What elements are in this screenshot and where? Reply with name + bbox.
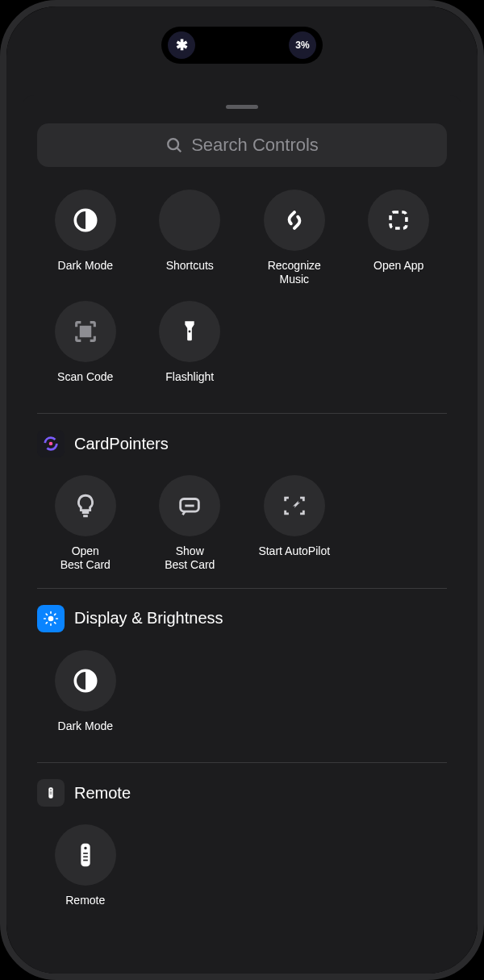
svg-line-21 <box>55 614 56 615</box>
dynamic-island: ✱ 3% <box>161 27 323 64</box>
control-shortcuts[interactable]: Shortcuts <box>142 190 239 286</box>
svg-rect-5 <box>86 327 90 330</box>
control-recognize-music[interactable]: Recognize Music <box>246 190 343 286</box>
section-title: Display & Brightness <box>74 609 223 628</box>
svg-line-19 <box>55 622 56 623</box>
search-icon <box>165 136 183 154</box>
cardpointers-app-icon <box>37 430 65 457</box>
control-start-autopilot[interactable]: Start AutoPilot <box>246 475 343 572</box>
control-flashlight[interactable]: Flashlight <box>142 301 239 398</box>
svg-point-28 <box>84 847 86 849</box>
search-input[interactable]: Search Controls <box>37 123 447 167</box>
section-header-cardpointers: CardPointers <box>37 430 447 457</box>
divider <box>37 762 447 763</box>
svg-rect-30 <box>83 857 88 858</box>
control-open-best-card[interactable]: Open Best Card <box>37 475 134 572</box>
control-dark-mode[interactable]: Dark Mode <box>37 190 134 286</box>
dark-mode-icon <box>72 667 99 694</box>
control-label: Start AutoPilot <box>258 544 330 572</box>
screen: ✱ 3% Search Controls <box>6 6 478 974</box>
remote-grid: Remote <box>37 824 447 921</box>
control-dark-mode-2[interactable]: Dark Mode <box>37 650 134 747</box>
control-label: Remote <box>65 894 105 921</box>
controls-sheet: Search Controls Dark Mode <box>23 95 461 974</box>
section-header-display: Display & Brightness <box>37 605 447 632</box>
svg-rect-31 <box>83 860 88 861</box>
control-label: Scan Code <box>57 370 113 398</box>
svg-point-8 <box>189 330 191 332</box>
svg-point-10 <box>49 442 53 446</box>
iphone-frame: ✱ 3% Search Controls <box>0 0 484 980</box>
display-brightness-icon <box>37 605 65 632</box>
remote-app-icon <box>37 779 65 807</box>
svg-line-1 <box>177 148 182 152</box>
remote-icon <box>72 841 99 869</box>
control-label: Flashlight <box>165 370 214 398</box>
svg-point-13 <box>48 615 54 621</box>
shazam-icon <box>281 206 308 234</box>
control-remote[interactable]: Remote <box>37 824 134 921</box>
control-label: Open Best Card <box>60 544 111 572</box>
svg-rect-25 <box>50 792 52 793</box>
autopilot-icon <box>281 492 308 519</box>
open-app-icon <box>385 206 412 234</box>
svg-rect-6 <box>81 332 84 336</box>
qr-scan-icon <box>72 318 99 345</box>
status-left-indicator: ✱ <box>168 31 195 59</box>
flashlight-icon <box>176 318 203 345</box>
card-message-icon <box>176 492 203 519</box>
lightbulb-icon <box>72 492 99 519</box>
svg-rect-4 <box>81 327 84 330</box>
svg-rect-26 <box>50 794 52 794</box>
section-title: Remote <box>74 784 131 803</box>
svg-rect-7 <box>86 332 90 336</box>
dark-mode-icon <box>72 206 99 234</box>
svg-point-0 <box>168 139 178 149</box>
control-label: Show Best Card <box>165 544 215 572</box>
divider <box>37 588 447 589</box>
sheet-grabber[interactable] <box>226 105 258 109</box>
section-header-remote: Remote <box>37 779 447 807</box>
section-title: CardPointers <box>74 435 169 453</box>
control-label: Dark Mode <box>58 259 113 286</box>
svg-line-18 <box>46 614 47 615</box>
battery-percentage: 3% <box>289 31 316 59</box>
control-open-app[interactable]: Open App <box>351 190 448 286</box>
svg-line-20 <box>46 622 47 623</box>
control-label: Dark Mode <box>58 719 113 747</box>
divider <box>37 413 447 414</box>
control-scan-code[interactable]: Scan Code <box>37 301 134 398</box>
svg-rect-29 <box>83 853 88 855</box>
cardpointers-grid: Open Best Card Show Best Card <box>37 475 447 572</box>
svg-rect-3 <box>390 212 407 228</box>
search-placeholder: Search Controls <box>191 135 319 156</box>
display-grid: Dark Mode <box>37 650 447 747</box>
suggested-controls-grid: Dark Mode Shortcuts <box>37 190 447 397</box>
control-label: Shortcuts <box>166 259 214 286</box>
control-label: Open App <box>373 259 424 286</box>
control-show-best-card[interactable]: Show Best Card <box>142 475 239 572</box>
control-label: Recognize Music <box>268 259 321 286</box>
svg-point-24 <box>50 790 52 791</box>
